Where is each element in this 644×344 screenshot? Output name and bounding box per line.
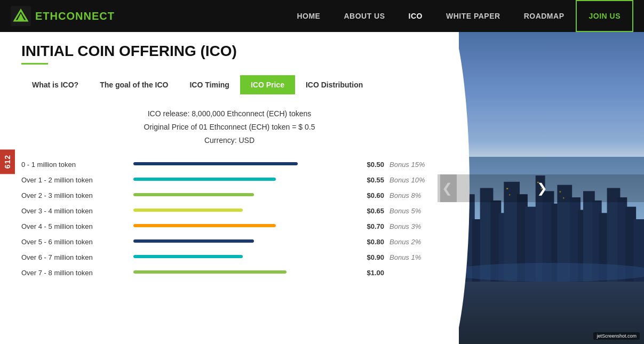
price-bonus: Bonus 3%: [389, 222, 438, 230]
nav-ico[interactable]: ICO: [397, 0, 434, 32]
price-value: $0.65: [357, 207, 384, 215]
nav-about[interactable]: ABOUT US: [332, 0, 396, 32]
price-row: 0 - 1 million token$0.50Bonus 15%: [21, 161, 438, 169]
price-bar: [133, 162, 298, 165]
svg-point-33: [459, 263, 644, 282]
side-tab: 612: [0, 149, 15, 174]
price-row: Over 5 - 6 million token$0.80Bonus 2%: [21, 238, 438, 246]
price-row-label: Over 4 - 5 million token: [21, 222, 128, 230]
price-bar: [133, 209, 243, 212]
price-bar: [133, 193, 254, 196]
price-row-label: Over 5 - 6 million token: [21, 238, 128, 246]
price-bar: [133, 239, 254, 243]
price-row: Over 4 - 5 million token$0.70Bonus 3%: [21, 222, 438, 230]
price-row-label: Over 3 - 4 million token: [21, 207, 128, 215]
price-bonus: Bonus 10%: [389, 176, 438, 184]
price-bonus: Bonus 15%: [389, 161, 438, 169]
nav-whitepaper[interactable]: WHITE PAPER: [434, 0, 512, 32]
price-bar-container: [133, 224, 352, 228]
nav-roadmap[interactable]: ROADMAP: [512, 0, 576, 32]
price-bar-container: [133, 193, 352, 197]
price-value: $0.70: [357, 222, 384, 230]
navbar: ETHCONNECT HOME ABOUT US ICO WHITE PAPER…: [0, 0, 644, 32]
page-title: INITIAL COIN OFFERING (ICO): [21, 43, 438, 60]
price-bar: [133, 224, 276, 227]
nav-home[interactable]: HOME: [285, 0, 332, 32]
price-row: Over 3 - 4 million token$0.65Bonus 5%: [21, 207, 438, 215]
price-row-label: Over 7 - 8 million token: [21, 269, 128, 277]
info-line3: Currency: USD: [21, 134, 438, 147]
price-bar-container: [133, 255, 352, 259]
price-row: Over 6 - 7 million token$0.90Bonus 1%: [21, 253, 438, 261]
logo-text: ETHCONNECT: [35, 10, 115, 22]
price-row: Over 7 - 8 million token$1.00: [21, 269, 438, 277]
tabs: What is ICO? The goal of the ICO ICO Tim…: [21, 75, 438, 94]
price-value: $0.90: [357, 253, 384, 261]
price-row: Over 2 - 3 million token$0.60Bonus 8%: [21, 191, 438, 199]
tab-goal[interactable]: The goal of the ICO: [89, 75, 179, 94]
price-bonus: Bonus 8%: [389, 191, 438, 199]
price-bar-container: [133, 209, 352, 213]
tab-timing[interactable]: ICO Timing: [179, 75, 240, 94]
carousel-right-arrow[interactable]: ❯: [440, 174, 644, 202]
content-area: INITIAL COIN OFFERING (ICO) What is ICO?…: [0, 32, 459, 344]
title-underline: [21, 63, 48, 65]
info-line1: ICO release: 8,000,000 Ethconnect (ECH) …: [21, 107, 438, 121]
price-row-label: Over 2 - 3 million token: [21, 191, 128, 199]
price-table: 0 - 1 million token$0.50Bonus 15%Over 1 …: [21, 161, 438, 277]
price-bar: [133, 255, 243, 258]
logo-icon: [11, 6, 31, 26]
price-bar-container: [133, 270, 352, 275]
price-value: $1.00: [357, 269, 384, 277]
nav-links: HOME ABOUT US ICO WHITE PAPER ROADMAP JO…: [285, 0, 633, 32]
price-value: $0.80: [357, 238, 384, 246]
price-bar-container: [133, 239, 352, 244]
price-value: $0.50: [357, 161, 384, 169]
price-value: $0.55: [357, 176, 384, 184]
price-bar-container: [133, 178, 352, 182]
price-bonus: Bonus 2%: [389, 238, 438, 246]
price-row-label: Over 1 - 2 million token: [21, 176, 128, 184]
logo[interactable]: ETHCONNECT: [11, 6, 115, 26]
info-text: ICO release: 8,000,000 Ethconnect (ECH) …: [21, 107, 438, 148]
price-value: $0.60: [357, 191, 384, 199]
nav-joinus[interactable]: JOIN US: [576, 0, 633, 32]
price-bar-container: [133, 162, 352, 166]
watermark: jetScreenshot.com: [593, 332, 640, 340]
price-row-label: Over 6 - 7 million token: [21, 253, 128, 261]
info-line2: Original Price of 01 Ethconnect (ECH) to…: [21, 121, 438, 134]
price-row-label: 0 - 1 million token: [21, 161, 128, 169]
price-bar: [133, 178, 276, 181]
main-wrapper: 612 INITIAL COIN OFFERING (ICO) What is …: [0, 32, 644, 344]
price-row: Over 1 - 2 million token$0.55Bonus 10%: [21, 176, 438, 184]
price-bonus: Bonus 5%: [389, 207, 438, 215]
tab-distribution[interactable]: ICO Distribution: [295, 75, 373, 94]
price-bonus: Bonus 1%: [389, 253, 438, 261]
tab-price[interactable]: ICO Price: [240, 75, 295, 94]
tab-what-is-ico[interactable]: What is ICO?: [21, 75, 89, 94]
price-bar: [133, 270, 287, 274]
